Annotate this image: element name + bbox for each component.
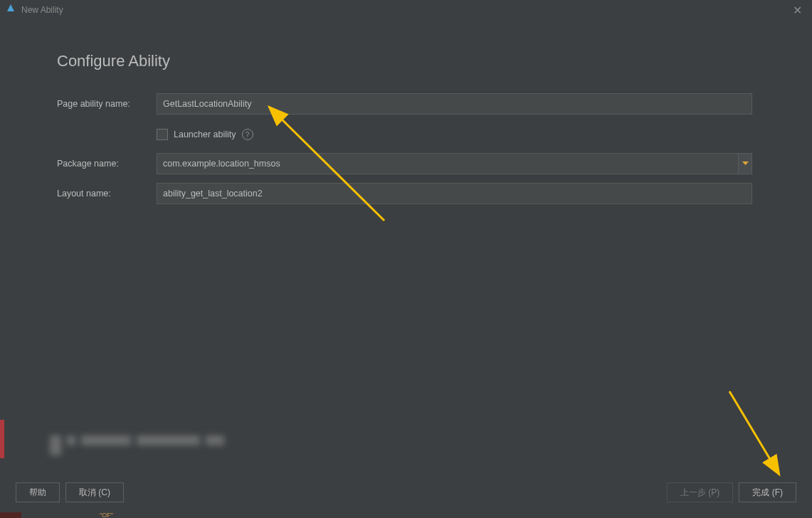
launcher-ability-checkbox[interactable] xyxy=(157,129,168,140)
page-ability-input[interactable] xyxy=(157,93,752,115)
title-bar: New Ability ✕ xyxy=(0,0,812,20)
finish-button[interactable]: 完成 (F) xyxy=(739,482,796,502)
previous-button[interactable]: 上一步 (P) xyxy=(667,482,733,502)
bottom-strip: "OF" xyxy=(0,512,812,518)
layout-name-input[interactable] xyxy=(157,183,752,204)
window-title: New Ability xyxy=(21,5,63,15)
row-page-ability: Page ability name: xyxy=(57,93,769,115)
bottom-strip-text: "OF" xyxy=(21,512,812,518)
row-launcher-ability: Launcher ability ? xyxy=(57,123,769,153)
help-button[interactable]: 帮助 xyxy=(16,482,60,502)
svg-line-2 xyxy=(729,391,779,475)
package-name-value: com.example.location_hmsos xyxy=(157,153,738,174)
launcher-ability-label: Launcher ability xyxy=(174,130,236,139)
package-name-select[interactable]: com.example.location_hmsos xyxy=(157,153,752,174)
cancel-button[interactable]: 取消 (C) xyxy=(65,482,124,502)
row-layout-name: Layout name: xyxy=(57,183,769,204)
layout-name-label: Layout name: xyxy=(57,189,157,199)
page-ability-label: Page ability name: xyxy=(57,99,157,109)
app-icon xyxy=(6,4,16,16)
dialog-heading: Configure Ability xyxy=(57,52,769,70)
package-name-label: Package name: xyxy=(57,159,157,169)
left-marker-strip xyxy=(0,420,4,458)
button-bar: 帮助 取消 (C) 上一步 (P) 完成 (F) xyxy=(0,482,812,502)
blurred-content xyxy=(50,435,224,458)
help-icon[interactable]: ? xyxy=(242,129,253,140)
dialog-body: Configure Ability Page ability name: Lau… xyxy=(0,20,812,204)
chevron-down-icon[interactable] xyxy=(738,153,752,174)
close-icon[interactable]: ✕ xyxy=(789,4,806,17)
row-package-name: Package name: com.example.location_hmsos xyxy=(57,153,769,174)
